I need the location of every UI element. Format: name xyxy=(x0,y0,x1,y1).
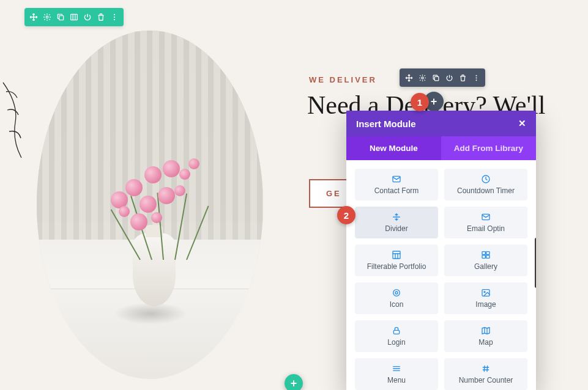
decorative-branch xyxy=(0,79,37,159)
svg-line-38 xyxy=(487,366,488,371)
power-icon[interactable] xyxy=(81,10,94,24)
insert-module-modal: Insert Module ✕ New Module Add From Libr… xyxy=(346,111,536,390)
svg-rect-29 xyxy=(393,330,399,334)
svg-rect-23 xyxy=(482,256,485,259)
module-label: Countdown Timer xyxy=(457,186,515,195)
svg-point-7 xyxy=(114,19,115,20)
eyebrow-text: WE DELIVER xyxy=(309,75,377,84)
power-icon[interactable] xyxy=(442,71,456,84)
module-label: Filterable Portfolio xyxy=(367,262,426,271)
add-row-button[interactable]: + xyxy=(285,374,303,390)
module-toolbar xyxy=(400,68,485,87)
modal-title: Insert Module xyxy=(356,119,416,129)
tab-add-from-library[interactable]: Add From Library xyxy=(441,136,536,160)
module-contact-form[interactable]: Contact Form xyxy=(355,169,438,201)
trash-icon[interactable] xyxy=(456,71,469,84)
module-label: Number Counter xyxy=(459,376,513,384)
svg-rect-2 xyxy=(71,14,78,20)
close-icon[interactable]: ✕ xyxy=(518,118,526,129)
module-countdown-timer[interactable]: Countdown Timer xyxy=(444,169,527,201)
svg-rect-17 xyxy=(393,251,400,259)
svg-point-25 xyxy=(393,290,400,296)
mail-icon xyxy=(481,212,491,222)
module-image[interactable]: Image xyxy=(444,282,527,314)
svg-rect-21 xyxy=(482,252,485,255)
module-divider[interactable]: Divider xyxy=(355,207,438,238)
scrollbar-thumb[interactable] xyxy=(535,238,536,288)
svg-point-6 xyxy=(114,17,115,18)
duplicate-icon[interactable] xyxy=(429,71,442,84)
hash-icon xyxy=(481,364,491,373)
svg-point-5 xyxy=(114,14,115,15)
grid-icon xyxy=(392,250,401,260)
more-icon[interactable] xyxy=(108,10,121,24)
module-icon[interactable]: Icon xyxy=(355,282,438,314)
svg-rect-9 xyxy=(434,76,439,80)
move-icon[interactable] xyxy=(27,10,40,24)
module-gallery[interactable]: Gallery xyxy=(444,245,527,276)
move-icon[interactable] xyxy=(402,71,415,84)
module-label: Image xyxy=(475,300,496,309)
section-toolbar xyxy=(24,8,124,26)
svg-rect-22 xyxy=(486,252,489,255)
module-label: Menu xyxy=(387,376,406,384)
svg-point-28 xyxy=(484,292,485,293)
lock-icon xyxy=(392,326,401,336)
module-filterable-portfolio[interactable]: Filterable Portfolio xyxy=(355,245,438,276)
module-list: Contact FormCountdown TimerDividerEmail … xyxy=(346,160,536,390)
clock-icon xyxy=(481,174,491,184)
step-badge-1: 1 xyxy=(411,93,429,111)
map-icon xyxy=(481,326,491,336)
module-label: Divider xyxy=(385,224,408,233)
module-map[interactable]: Map xyxy=(444,320,527,352)
svg-point-10 xyxy=(475,75,477,76)
image-icon xyxy=(481,288,491,298)
svg-point-0 xyxy=(46,16,48,18)
module-email-optin[interactable]: Email Optin xyxy=(444,207,527,238)
hero-image-oval xyxy=(37,31,263,379)
divider-icon xyxy=(392,212,401,222)
svg-point-26 xyxy=(395,292,398,294)
svg-point-11 xyxy=(475,77,477,78)
gear-icon[interactable] xyxy=(415,71,429,84)
step-badge-2: 2 xyxy=(337,206,355,224)
svg-rect-1 xyxy=(59,16,64,20)
svg-line-37 xyxy=(484,366,485,371)
more-icon[interactable] xyxy=(469,71,483,84)
module-label: Contact Form xyxy=(374,186,419,195)
module-label: Gallery xyxy=(474,262,497,271)
module-menu[interactable]: Menu xyxy=(355,358,438,390)
svg-rect-24 xyxy=(486,256,489,259)
modal-tabs: New Module Add From Library xyxy=(346,136,536,160)
gear-icon[interactable] xyxy=(40,10,54,24)
module-number-counter[interactable]: Number Counter xyxy=(444,358,527,390)
gallery-icon xyxy=(481,250,491,260)
tab-new-module[interactable]: New Module xyxy=(346,136,441,160)
target-icon xyxy=(392,288,401,298)
trash-icon[interactable] xyxy=(94,10,108,24)
svg-point-8 xyxy=(421,76,423,78)
module-login[interactable]: Login xyxy=(355,320,438,352)
duplicate-icon[interactable] xyxy=(54,10,67,24)
mail-icon xyxy=(392,174,401,184)
module-label: Email Optin xyxy=(467,224,505,233)
columns-icon[interactable] xyxy=(67,10,81,24)
module-label: Icon xyxy=(390,300,404,309)
svg-point-12 xyxy=(475,79,477,81)
modal-header: Insert Module ✕ xyxy=(346,111,536,136)
menu-icon xyxy=(392,364,401,373)
module-label: Map xyxy=(478,338,493,347)
module-label: Login xyxy=(387,338,405,347)
